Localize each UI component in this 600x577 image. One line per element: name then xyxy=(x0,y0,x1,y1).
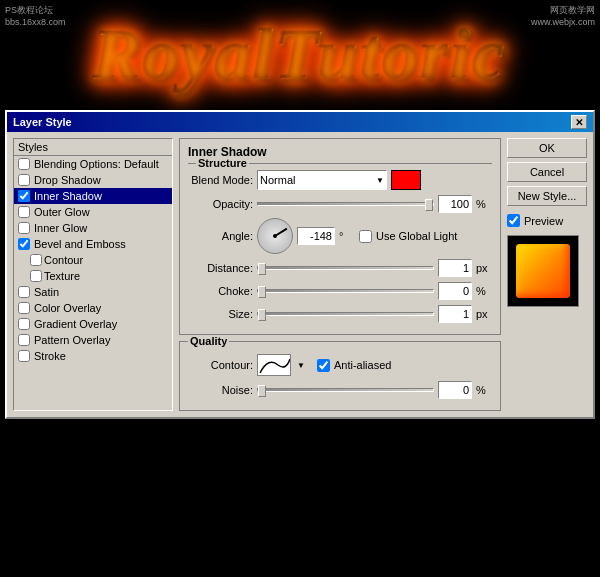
contour-preview[interactable] xyxy=(257,354,291,376)
drop-shadow-checkbox[interactable] xyxy=(18,174,30,186)
distance-unit: px xyxy=(476,262,492,274)
inner-shadow-checkbox[interactable] xyxy=(18,190,30,202)
texture-checkbox[interactable] xyxy=(30,270,42,282)
contour-checkbox[interactable] xyxy=(30,254,42,266)
blend-mode-row: Blend Mode: Normal ▼ xyxy=(188,170,492,190)
preview-label: Preview xyxy=(524,215,563,227)
blend-color-swatch[interactable] xyxy=(391,170,421,190)
stroke-checkbox[interactable] xyxy=(18,350,30,362)
style-item-gradient-overlay[interactable]: Gradient Overlay xyxy=(14,316,172,332)
choke-row: Choke: % xyxy=(188,282,492,300)
logo-right: 网页教学网 www.webjx.com xyxy=(531,5,595,28)
style-item-drop-shadow[interactable]: Drop Shadow xyxy=(14,172,172,188)
style-item-inner-glow[interactable]: Inner Glow xyxy=(14,220,172,236)
distance-input[interactable] xyxy=(438,259,472,277)
opacity-slider-track[interactable] xyxy=(257,202,434,206)
styles-panel-header: Styles xyxy=(14,139,172,156)
distance-slider-container xyxy=(257,266,434,270)
style-item-satin[interactable]: Satin xyxy=(14,284,172,300)
inner-glow-checkbox[interactable] xyxy=(18,222,30,234)
choke-label: Choke: xyxy=(188,285,253,297)
global-light-row: Use Global Light xyxy=(359,230,457,243)
preview-row: Preview xyxy=(507,214,587,227)
use-global-light-checkbox[interactable] xyxy=(359,230,372,243)
size-label: Size: xyxy=(188,308,253,320)
blending-options-checkbox[interactable] xyxy=(18,158,30,170)
noise-slider-track[interactable] xyxy=(257,388,434,392)
opacity-input[interactable] xyxy=(438,195,472,213)
quality-label: Quality xyxy=(188,335,229,347)
anti-aliased-row: Anti-aliased xyxy=(317,359,391,372)
choke-slider-track[interactable] xyxy=(257,289,434,293)
noise-slider-container xyxy=(257,388,434,392)
blend-mode-label: Blend Mode: xyxy=(188,174,253,186)
choke-slider-container xyxy=(257,289,434,293)
size-unit: px xyxy=(476,308,492,320)
angle-dial-center xyxy=(273,234,277,238)
anti-aliased-label: Anti-aliased xyxy=(334,359,391,371)
preview-box xyxy=(507,235,579,307)
dialog-titlebar: Layer Style ✕ xyxy=(7,112,593,132)
contour-row: Contour: ▼ Anti-aliased xyxy=(188,354,492,376)
structure-label: Structure xyxy=(196,157,249,169)
distance-row: Distance: px xyxy=(188,259,492,277)
dialog-body: Styles Blending Options: Default Drop Sh… xyxy=(7,132,593,417)
contour-curve-icon xyxy=(258,355,291,376)
cancel-button[interactable]: Cancel xyxy=(507,162,587,182)
pattern-overlay-checkbox[interactable] xyxy=(18,334,30,346)
style-item-bevel-emboss[interactable]: Bevel and Emboss xyxy=(14,236,172,252)
style-item-inner-shadow[interactable]: Inner Shadow xyxy=(14,188,172,204)
size-slider-container xyxy=(257,312,434,316)
contour-dropdown-arrow-icon[interactable]: ▼ xyxy=(297,361,305,370)
angle-row: Angle: ° Use Global Light xyxy=(188,218,492,254)
distance-label: Distance: xyxy=(188,262,253,274)
angle-input[interactable] xyxy=(297,227,335,245)
preview-checkbox[interactable] xyxy=(507,214,520,227)
noise-input[interactable] xyxy=(438,381,472,399)
styles-panel: Styles Blending Options: Default Drop Sh… xyxy=(13,138,173,411)
style-item-color-overlay[interactable]: Color Overlay xyxy=(14,300,172,316)
distance-slider-thumb[interactable] xyxy=(258,263,266,275)
noise-row: Noise: % xyxy=(188,381,492,399)
choke-unit: % xyxy=(476,285,492,297)
style-item-pattern-overlay[interactable]: Pattern Overlay xyxy=(14,332,172,348)
style-item-outer-glow[interactable]: Outer Glow xyxy=(14,204,172,220)
noise-unit: % xyxy=(476,384,492,396)
preview-inner xyxy=(516,244,570,298)
ok-button[interactable]: OK xyxy=(507,138,587,158)
anti-aliased-checkbox[interactable] xyxy=(317,359,330,372)
gradient-overlay-checkbox[interactable] xyxy=(18,318,30,330)
layer-style-dialog: Layer Style ✕ Styles Blending Options: D… xyxy=(5,110,595,419)
angle-dial[interactable] xyxy=(257,218,293,254)
style-item-contour[interactable]: Contour xyxy=(14,252,172,268)
opacity-unit: % xyxy=(476,198,492,210)
opacity-slider-thumb[interactable] xyxy=(425,199,433,211)
outer-glow-checkbox[interactable] xyxy=(18,206,30,218)
choke-input[interactable] xyxy=(438,282,472,300)
opacity-slider-container xyxy=(257,202,434,206)
color-overlay-checkbox[interactable] xyxy=(18,302,30,314)
opacity-row: Opacity: % xyxy=(188,195,492,213)
noise-slider-thumb[interactable] xyxy=(258,385,266,397)
choke-slider-thumb[interactable] xyxy=(258,286,266,298)
style-item-stroke[interactable]: Stroke xyxy=(14,348,172,364)
new-style-button[interactable]: New Style... xyxy=(507,186,587,206)
style-item-blending-options[interactable]: Blending Options: Default xyxy=(14,156,172,172)
noise-label: Noise: xyxy=(188,384,253,396)
distance-slider-track[interactable] xyxy=(257,266,434,270)
size-input[interactable] xyxy=(438,305,472,323)
satin-checkbox[interactable] xyxy=(18,286,30,298)
banner-title: RoyalTutoric xyxy=(93,14,506,97)
bevel-emboss-checkbox[interactable] xyxy=(18,238,30,250)
size-row: Size: px xyxy=(188,305,492,323)
global-light-label: Use Global Light xyxy=(376,230,457,242)
quality-section: Quality Contour: ▼ Anti-aliased xyxy=(179,341,501,411)
angle-unit: ° xyxy=(339,230,355,242)
right-buttons-panel: OK Cancel New Style... Preview xyxy=(507,138,587,411)
close-button[interactable]: ✕ xyxy=(571,115,587,129)
opacity-label: Opacity: xyxy=(188,198,253,210)
size-slider-thumb[interactable] xyxy=(258,309,266,321)
size-slider-track[interactable] xyxy=(257,312,434,316)
blend-mode-dropdown[interactable]: Normal ▼ xyxy=(257,170,387,190)
style-item-texture[interactable]: Texture xyxy=(14,268,172,284)
